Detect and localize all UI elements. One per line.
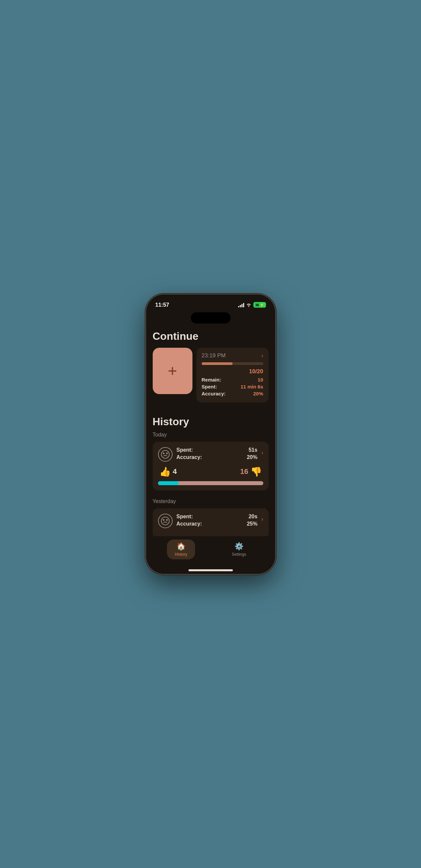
today-spent-row: Spent: 51s: [177, 447, 258, 453]
battery-badge: 36 ⚡: [253, 302, 266, 308]
yesterday-spent-value: 20s: [248, 514, 258, 520]
today-accuracy-row: Accuracy: 20%: [177, 454, 258, 460]
history-title: History: [153, 415, 269, 428]
thumbs-down-count: 16: [240, 467, 248, 476]
sad-face-icon: [158, 447, 173, 462]
battery-level: 36: [255, 303, 259, 307]
status-icons: 36 ⚡: [238, 302, 266, 308]
signal-bar-4: [243, 303, 244, 307]
yesterday-accuracy-value: 25%: [247, 521, 258, 527]
session-card[interactable]: 23:19 PM › 10/20 Remain: 10: [197, 348, 269, 402]
today-card-header: Spent: 51s Accuracy: 20% ›: [158, 447, 263, 462]
session-stats: Remain: 10 Spent: 11 min 6s Accuracy: 20…: [202, 377, 263, 396]
today-spent-label: Spent:: [177, 447, 193, 453]
today-accuracy-fill: [158, 481, 179, 485]
phone-frame: 11:57 36 ⚡: [146, 294, 275, 574]
svg-point-0: [161, 451, 169, 458]
session-chevron-icon: ›: [261, 353, 263, 359]
session-time: 23:19 PM: [202, 352, 226, 359]
yesterday-stats: Spent: 20s Accuracy: 25%: [177, 514, 258, 528]
continue-section: Continue + 23:19 PM ›: [153, 330, 269, 402]
nav-history-button[interactable]: 🏠 History: [167, 539, 195, 559]
svg-point-4: [163, 519, 164, 520]
today-accuracy-label: Accuracy:: [177, 454, 202, 460]
today-accuracy-value: 20%: [247, 454, 258, 460]
nav-settings-label: Settings: [232, 552, 246, 557]
svg-point-5: [166, 519, 167, 520]
thumbs-up-count: 4: [173, 467, 177, 476]
session-progress-fill: [202, 362, 233, 365]
continue-cards: + 23:19 PM › 10/20: [153, 348, 269, 402]
svg-point-1: [163, 453, 164, 454]
add-icon: +: [168, 363, 177, 379]
thumbs-up-icon: 👍: [159, 466, 171, 477]
yesterday-card-header: Spent: 20s Accuracy: 25% ›: [158, 514, 263, 528]
yesterday-label: Yesterday: [153, 498, 269, 504]
today-accuracy-bar: [158, 481, 263, 485]
today-stats: Spent: 51s Accuracy: 20%: [177, 447, 258, 462]
remain-row: Remain: 10: [202, 377, 263, 382]
signal-bar-1: [238, 306, 239, 307]
yesterday-accuracy-label: Accuracy:: [177, 521, 202, 527]
today-card-chevron-icon: ›: [261, 447, 263, 456]
signal-bar-2: [240, 305, 241, 307]
spent-value: 11 min 6s: [240, 384, 263, 390]
session-progress-count: 10/20: [202, 368, 263, 375]
home-indicator: [188, 569, 233, 571]
svg-point-2: [166, 453, 167, 454]
bottom-nav: 🏠 History ⚙️ Settings: [146, 536, 275, 569]
yesterday-accuracy-row: Accuracy: 25%: [177, 521, 258, 527]
signal-bars-icon: [238, 303, 244, 307]
remain-label: Remain:: [202, 377, 221, 382]
yesterday-history-card[interactable]: Spent: 20s Accuracy: 25% ›: [153, 508, 269, 536]
spent-row: Spent: 11 min 6s: [202, 384, 263, 390]
svg-point-3: [161, 517, 169, 525]
accuracy-label: Accuracy:: [202, 391, 226, 396]
today-spent-value: 51s: [248, 447, 258, 453]
nav-settings-button[interactable]: ⚙️ Settings: [224, 539, 254, 559]
dynamic-island: [191, 312, 231, 323]
thumbs-down-icon: 👎: [250, 466, 262, 477]
progress-denominator: /20: [255, 368, 263, 375]
thumbs-up-section: 👍 4: [159, 466, 177, 477]
thumbs-down-section: 16 👎: [240, 466, 262, 477]
session-time-row: 23:19 PM ›: [202, 352, 263, 359]
yesterday-sad-face-icon: [158, 514, 173, 528]
status-time: 11:57: [155, 302, 169, 308]
status-bar: 11:57 36 ⚡: [146, 294, 275, 311]
today-label: Today: [153, 432, 269, 438]
yesterday-card-chevron-icon: ›: [261, 514, 263, 522]
screen: 11:57 36 ⚡: [146, 294, 275, 574]
spent-label: Spent:: [202, 384, 217, 390]
today-reaction-row: 👍 4 16 👎: [158, 466, 263, 477]
add-card-button[interactable]: +: [153, 348, 192, 394]
history-section: History Today: [153, 415, 269, 536]
yesterday-spent-row: Spent: 20s: [177, 514, 258, 520]
scroll-content[interactable]: Continue + 23:19 PM ›: [146, 323, 275, 536]
accuracy-row: Accuracy: 20%: [202, 391, 263, 396]
battery-lightning: ⚡: [260, 303, 264, 307]
session-progress-bar: [202, 362, 263, 365]
signal-bar-3: [241, 304, 242, 307]
continue-title: Continue: [153, 330, 269, 342]
remain-value: 10: [258, 377, 263, 382]
home-icon: 🏠: [177, 542, 185, 551]
nav-history-label: History: [175, 552, 187, 557]
settings-gear-icon: ⚙️: [235, 542, 243, 551]
accuracy-value: 20%: [253, 391, 263, 396]
progress-numerator: 10: [249, 368, 255, 375]
yesterday-spent-label: Spent:: [177, 514, 193, 520]
wifi-icon: [246, 303, 251, 307]
today-history-card[interactable]: Spent: 51s Accuracy: 20% › 👍: [153, 442, 269, 491]
